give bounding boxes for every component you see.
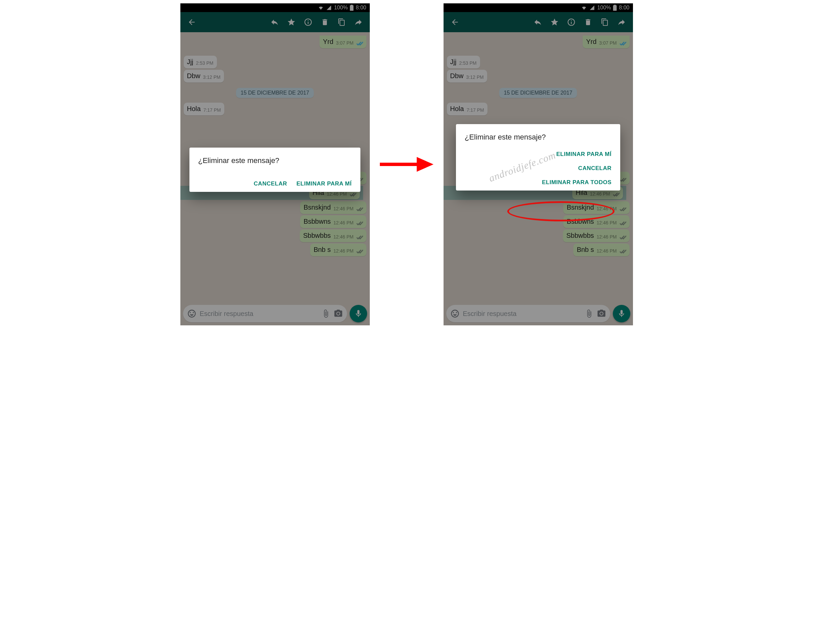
svg-marker-1 [417, 157, 433, 172]
delete-for-me-button[interactable]: ELIMINAR PARA MÍ [556, 151, 611, 158]
dialog-title: ¿Eliminar este mensaje? [198, 156, 352, 165]
cancel-button[interactable]: CANCELAR [254, 181, 287, 187]
delete-for-everyone-button[interactable]: ELIMINAR PARA TODOS [542, 179, 611, 186]
delete-dialog: ¿Eliminar este mensaje? CANCELAR ELIMINA… [190, 147, 360, 192]
phone-screenshot-right: 100% 8:00 Yrd 3:07 PM Jjj 2:53 PM Dbw 3:… [444, 3, 633, 325]
delete-for-me-button[interactable]: ELIMINAR PARA MÍ [296, 181, 352, 187]
delete-dialog: ¿Eliminar este mensaje? ELIMINAR PARA MÍ… [456, 124, 620, 190]
cancel-button[interactable]: CANCELAR [578, 165, 611, 172]
dialog-title: ¿Eliminar este mensaje? [465, 133, 611, 141]
phone-screenshot-left: 100% 8:00 Yrd 3:07 PM Jjj 2:53 PM Dbw 3:… [181, 3, 370, 325]
transition-arrow [380, 154, 433, 175]
